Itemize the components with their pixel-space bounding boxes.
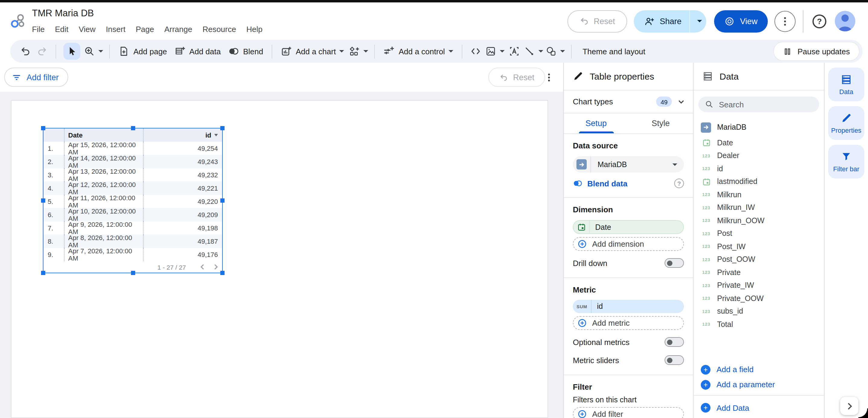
filter-reset-button[interactable]: Reset <box>488 68 546 87</box>
menu-edit[interactable]: Edit <box>55 25 68 34</box>
add-data-button[interactable]: Add data <box>174 46 221 57</box>
data-panel-footer: + Add a field + Add a parameter + Add Da… <box>693 362 824 418</box>
tab-style[interactable]: Style <box>628 114 693 133</box>
field-private-iw[interactable]: 123 Private_IW <box>701 279 824 292</box>
selection-handle[interactable] <box>220 271 224 275</box>
field-total[interactable]: 123 Total <box>701 318 824 331</box>
pause-updates-button[interactable]: Pause updates <box>774 42 860 61</box>
share-dropdown-button[interactable] <box>689 10 706 32</box>
menu-page[interactable]: Page <box>136 25 154 34</box>
field-post-iw[interactable]: 123 Post_IW <box>701 240 824 253</box>
table-chart[interactable]: Date id 1. Apr 15, 2026, 12:00:00 AM 49,… <box>43 128 222 272</box>
add-control-icon <box>383 46 395 57</box>
add-page-button[interactable]: Add page <box>118 46 167 57</box>
theme-and-layout-button[interactable]: Theme and layout <box>583 47 645 56</box>
add-data-button-footer[interactable]: + Add Data <box>693 399 824 416</box>
user-avatar[interactable] <box>835 11 855 31</box>
menu-view[interactable]: View <box>79 25 96 34</box>
add-a-field-button[interactable]: + Add a field <box>693 362 824 377</box>
selection-handle[interactable] <box>41 126 45 130</box>
field-dealer[interactable]: 123 Dealer <box>701 149 824 162</box>
add-a-control-button[interactable]: Add a control <box>383 46 453 57</box>
rail-properties-button[interactable]: Properties <box>828 106 864 140</box>
field-milkrun-oow[interactable]: 123 Milkrun_OOW <box>701 214 824 227</box>
blend-button[interactable]: Blend <box>228 46 263 57</box>
rail-filter-bar-button[interactable]: Filter bar <box>828 145 864 179</box>
insert-line-button[interactable] <box>524 43 543 60</box>
field-post-oow[interactable]: 123 Post_OOW <box>701 253 824 266</box>
field-id[interactable]: 123 id <box>701 162 824 175</box>
help-circle-icon[interactable]: ? <box>674 179 684 188</box>
add-chart-filter-button[interactable]: Add filter <box>573 407 684 418</box>
redo-button[interactable] <box>35 43 50 60</box>
collapse-panel-button[interactable] <box>840 397 858 415</box>
selection-handle[interactable] <box>131 271 135 275</box>
selection-handle[interactable] <box>220 126 224 130</box>
data-source-item[interactable]: MariaDB <box>701 120 824 134</box>
share-button[interactable]: Share <box>634 10 689 32</box>
selection-handle[interactable] <box>41 198 45 203</box>
search-input[interactable] <box>719 100 812 109</box>
report-page[interactable]: Date id 1. Apr 15, 2026, 12:00:00 AM 49,… <box>11 100 548 418</box>
date-column-header[interactable]: Date <box>64 128 143 142</box>
looker-studio-logo-icon[interactable] <box>10 13 26 29</box>
community-visualizations-button[interactable] <box>349 43 369 60</box>
insert-shape-button[interactable] <box>546 43 565 60</box>
zoom-tool-button[interactable] <box>84 43 103 60</box>
field-subs-id[interactable]: 123 subs_id <box>701 305 824 318</box>
field-search-box[interactable] <box>699 97 819 112</box>
field-private[interactable]: 123 Private <box>701 266 824 279</box>
add-dimension-button[interactable]: Add dimension <box>573 237 684 251</box>
field-milkrun-iw[interactable]: 123 Milkrun_IW <box>701 201 824 214</box>
selection-handle[interactable] <box>220 198 224 203</box>
menu-help[interactable]: Help <box>246 25 262 34</box>
field-private-oow[interactable]: 123 Private_OOW <box>701 292 824 305</box>
field-date[interactable]: Date <box>701 136 824 149</box>
report-canvas[interactable]: Date id 1. Apr 15, 2026, 12:00:00 AM 49,… <box>0 92 563 418</box>
tab-setup[interactable]: Setup <box>564 114 628 133</box>
report-title[interactable]: TMR Maria DB <box>32 8 94 19</box>
metric-sliders-toggle[interactable] <box>664 355 684 365</box>
menu-arrange[interactable]: Arrange <box>164 25 192 34</box>
drill-down-toggle[interactable] <box>664 258 684 268</box>
menu-resource[interactable]: Resource <box>203 25 236 34</box>
header-divider <box>803 10 803 32</box>
select-tool-button[interactable] <box>63 43 80 60</box>
selection-handle[interactable] <box>131 126 135 130</box>
insert-image-button[interactable] <box>485 43 505 60</box>
menu-file[interactable]: File <box>32 25 45 34</box>
data-source-selector[interactable]: MariaDB <box>573 156 684 172</box>
metric-chip-id[interactable]: SUM id <box>573 300 684 313</box>
id-column-header[interactable]: id <box>143 128 222 142</box>
field-milkrun[interactable]: 123 Milkrun <box>701 188 824 201</box>
data-panel: Data MariaDB Date 123 Deal <box>693 63 825 418</box>
active-tab-indicator <box>579 131 614 133</box>
menu-insert[interactable]: Insert <box>106 25 126 34</box>
field-lastmodified[interactable]: lastmodified <box>701 175 824 188</box>
add-a-parameter-button[interactable]: + Add a parameter <box>693 377 824 392</box>
blend-data-link[interactable]: Blend data <box>587 179 627 188</box>
help-button[interactable]: ? <box>812 14 826 28</box>
add-filter-button[interactable]: Add filter <box>4 68 68 87</box>
toolbar-divider <box>375 44 375 58</box>
selection-handle[interactable] <box>41 271 45 275</box>
more-options-button[interactable] <box>774 10 796 32</box>
embed-url-button[interactable] <box>468 43 483 60</box>
dimension-chip-date[interactable]: Date <box>573 220 684 234</box>
more-vert-icon <box>784 20 786 22</box>
insert-text-button[interactable] <box>507 43 522 60</box>
aggregation-chip[interactable]: SUM <box>573 300 592 313</box>
add-metric-button[interactable]: Add metric <box>573 316 684 330</box>
add-a-chart-button[interactable]: Add a chart <box>281 46 344 57</box>
undo-button[interactable] <box>18 43 33 60</box>
menu-bar: File Edit View Insert Page Arrange Resou… <box>32 25 262 34</box>
chart-types-row[interactable]: Chart types 49 <box>564 91 693 114</box>
field-post[interactable]: 123 Post <box>701 227 824 240</box>
pagination-next-button[interactable] <box>209 264 222 270</box>
filter-bar-more-button[interactable] <box>544 72 554 82</box>
view-button[interactable]: View <box>714 10 768 32</box>
pagination-prev-button[interactable] <box>195 264 209 270</box>
rail-data-button[interactable]: Data <box>828 68 864 101</box>
reset-button[interactable]: Reset <box>567 10 627 32</box>
optional-metrics-toggle[interactable] <box>664 337 684 347</box>
